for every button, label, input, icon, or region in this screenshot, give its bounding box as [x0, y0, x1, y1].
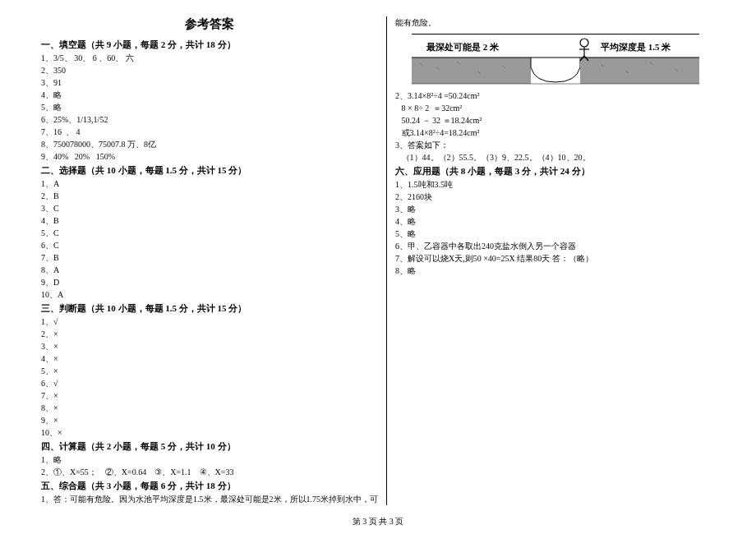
s5b-item: 或3.14×8²÷4=18.24cm² [395, 127, 715, 139]
s3-item: 8、× [41, 402, 378, 414]
s1-item: 5、略 [41, 101, 378, 113]
section2-header: 二、选择题（共 10 小题，每题 1.5 分，共计 15 分） [41, 164, 378, 177]
page-footer: 第 3 页 共 3 页 [0, 516, 756, 527]
right-column: 能有危险。 [387, 16, 723, 505]
s1-item: 6、25%、1/13,1/52 [41, 113, 378, 126]
s2-item: 7、B [41, 251, 378, 264]
s6-item: 1、1.5吨和3.5吨 [395, 178, 715, 191]
s5b-item: （1）44。（2）55.5。（3）9、22.5。（4）10、20。 [395, 151, 715, 163]
s3-item: 4、× [41, 352, 378, 365]
s4-item: 2、①、X=55； ②、X=0.64 ③、X=1.1 ④、X=33 [41, 466, 378, 478]
s6-item: 6、甲、乙容器中各取出240克盐水倒入另一个容器 [395, 240, 715, 252]
section4-header: 四、计算题（共 2 小题，每题 5 分，共计 10 分） [41, 440, 378, 453]
s3-item: 10、× [41, 426, 378, 439]
answer-key-title: 参考答案 [41, 16, 378, 32]
s6-item: 3、略 [395, 203, 715, 215]
s5b-item: 2、3.14×8²÷4 =50.24cm² [395, 90, 715, 102]
s3-item: 3、× [41, 340, 378, 352]
s5-item: 1、答：可能有危险。因为水池平均深度是1.5米，最深处可能是2米，所以1.75米… [41, 493, 378, 505]
s5b-item: 50.24 － 32 ＝18.24cm² [395, 114, 715, 127]
s1-item: 2、350 [41, 64, 378, 76]
section1-header: 一、填空题（共 9 小题，每题 2 分，共计 18 分） [41, 39, 378, 51]
svg-rect-1 [580, 58, 699, 84]
s2-item: 2、B [41, 190, 378, 202]
s2-item: 1、A [41, 177, 378, 190]
section5-header: 五、综合题（共 3 小题，每题 6 分，共计 18 分） [41, 480, 378, 492]
s3-item: 2、× [41, 328, 378, 340]
pool-diagram: 最深处可能是 2 米 平均深度是 1.5 米 [412, 34, 699, 85]
svg-rect-0 [412, 58, 531, 84]
s2-item: 9、D [41, 276, 378, 288]
svg-point-5 [580, 39, 588, 47]
s1-item: 8、750078000、75007.8 万、8亿 [41, 138, 378, 150]
s5b-item: 3、答案如下： [395, 139, 715, 151]
s6-item: 7、解设可以烧X天,则50 ×40=25X 结果80天 答：（略） [395, 252, 715, 265]
s3-item: 6、√ [41, 377, 378, 389]
continuation-text: 能有危险。 [395, 16, 715, 29]
s3-item: 7、× [41, 389, 378, 402]
s1-item: 4、略 [41, 89, 378, 101]
s1-item: 1、3/5、 30、 6 、60、 六 [41, 52, 378, 64]
s2-item: 10、A [41, 288, 378, 301]
s6-item: 8、略 [395, 265, 715, 277]
page-container: 参考答案 一、填空题（共 9 小题，每题 2 分，共计 18 分） 1、3/5、… [0, 0, 756, 530]
s4-item: 1、略 [41, 453, 378, 466]
s1-item: 3、91 [41, 76, 378, 89]
left-column: 参考答案 一、填空题（共 9 小题，每题 2 分，共计 18 分） 1、3/5、… [33, 16, 387, 505]
s5b-item: 8 × 8÷ 2 ＝32cm² [395, 102, 715, 114]
s3-item: 5、× [41, 365, 378, 377]
s3-item: 9、× [41, 414, 378, 426]
s2-item: 3、C [41, 202, 378, 214]
depth-label-left: 最深处可能是 2 米 [426, 41, 499, 53]
s2-item: 6、C [41, 239, 378, 251]
s6-item: 5、略 [395, 228, 715, 240]
s3-item: 1、√ [41, 315, 378, 328]
section6-header: 六、应用题（共 8 小题，每题 3 分，共计 24 分） [395, 165, 715, 177]
s6-item: 4、略 [395, 215, 715, 228]
s2-item: 8、A [41, 264, 378, 276]
s2-item: 4、B [41, 214, 378, 227]
s1-item: 9、40% 20% 150% [41, 150, 378, 163]
s6-item: 2、2160块 [395, 191, 715, 203]
section3-header: 三、判断题（共 10 小题，每题 1.5 分，共计 15 分） [41, 302, 378, 315]
depth-label-right: 平均深度是 1.5 米 [601, 41, 671, 53]
s1-item: 7、16 、 4 [41, 126, 378, 138]
s2-item: 5、C [41, 227, 378, 239]
